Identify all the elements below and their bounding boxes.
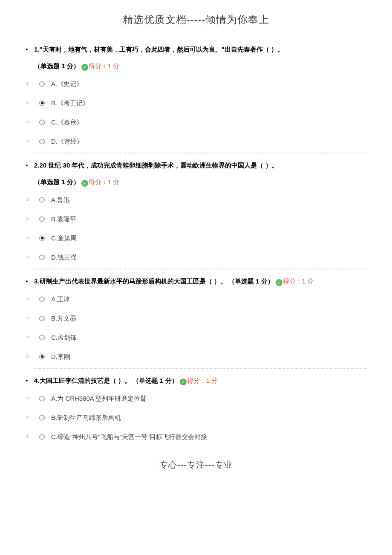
- score-label: 得分：1 分: [187, 377, 218, 384]
- options-list: ○A.为 CRH380A 型列车研磨定位臂○B.研制生产马蹄形盾构机○C.缔造"…: [34, 389, 366, 446]
- option-text: B.《考工记》: [51, 99, 89, 107]
- list-bullet: ○: [26, 328, 29, 346]
- option-row[interactable]: ○B.方文墨: [34, 309, 366, 328]
- option-text: C.孟剑锋: [51, 334, 77, 341]
- option-row[interactable]: ○A.王津: [34, 289, 366, 309]
- question: 3.研制生产出代表世界最新水平的马蹄形盾构机的大国工匠是（ ）。 （单选题 1 …: [34, 273, 366, 289]
- option-row[interactable]: ○C.孟剑锋: [34, 328, 366, 347]
- question-number: 1.: [34, 46, 40, 53]
- radio-icon[interactable]: [39, 434, 45, 439]
- option-text: B.方文墨: [51, 315, 76, 322]
- list-bullet: ○: [26, 248, 29, 266]
- radio-icon[interactable]: [39, 296, 45, 302]
- option-text: D.《诗经》: [51, 138, 83, 145]
- radio-icon[interactable]: [39, 119, 45, 125]
- option-text: C.缔造"神州八号"飞船与"天宫一号"目标飞行器交会对接: [51, 433, 207, 440]
- option-row[interactable]: ○B.《考工记》: [34, 93, 366, 113]
- radio-icon[interactable]: [39, 335, 45, 340]
- list-bullet: ○: [26, 309, 29, 327]
- option-row[interactable]: ○A.《史记》: [34, 74, 366, 93]
- page-footer: 专心---专注---专业: [26, 459, 366, 471]
- radio-icon[interactable]: [39, 100, 45, 106]
- option-row[interactable]: ○C.《春秋》: [34, 113, 366, 132]
- option-row[interactable]: ○A.为 CRH380A 型列车研磨定位臂: [34, 389, 366, 408]
- option-text: D.李刚: [51, 353, 70, 360]
- check-icon: ✓: [276, 279, 282, 286]
- check-icon: ✓: [81, 64, 88, 71]
- question: 4.大国工匠李仁清的技艺是（ ）。 （单选题 1 分） ✓得分：1 分: [34, 372, 366, 389]
- radio-icon[interactable]: [39, 81, 45, 87]
- list-bullet: ○: [26, 408, 29, 426]
- list-bullet: ○: [26, 190, 29, 208]
- option-row[interactable]: ○A.鲁迅: [34, 190, 366, 209]
- question-number: 4.: [34, 377, 40, 384]
- option-row[interactable]: ○B.袁隆平: [34, 209, 366, 228]
- question: 2.20 世纪 30 年代，成功完成青蛙卵细胞剥除手术，震动欧洲生物界的中国人是…: [34, 157, 366, 190]
- question-meta: （单选题 1 分）: [228, 278, 274, 285]
- options-list: ○A.王津○B.方文墨○C.孟剑锋○D.李刚: [34, 289, 366, 369]
- option-text: A.王津: [51, 295, 70, 303]
- page-header: 精选优质文档-----倾情为你奉上: [26, 13, 366, 30]
- list-bullet: ○: [26, 209, 29, 227]
- question: 1."天有时，地有气，材有美，工有巧，合此四者，然后可以为良。"出自先秦著作（ …: [34, 41, 366, 74]
- list-bullet: ○: [26, 132, 29, 150]
- option-row[interactable]: ○D.李刚: [34, 347, 366, 366]
- list-bullet: ○: [26, 228, 29, 246]
- question-number: 2.: [34, 162, 40, 169]
- question-text: "天有时，地有气，材有美，工有巧，合此四者，然后可以为良。"出自先秦著作（ ）。: [40, 46, 284, 53]
- list-bullet: ○: [26, 427, 29, 445]
- option-text: C.《春秋》: [51, 119, 83, 126]
- options-list: ○A.鲁迅○B.袁隆平○C.童第周○D.钱三强: [34, 190, 366, 269]
- radio-icon[interactable]: [39, 315, 45, 321]
- options-list: ○A.《史记》○B.《考工记》○C.《春秋》○D.《诗经》: [34, 74, 366, 153]
- option-text: A.为 CRH380A 型列车研磨定位臂: [51, 395, 147, 402]
- option-text: C.童第周: [51, 234, 77, 242]
- list-bullet: ○: [26, 347, 29, 365]
- option-text: A.《史记》: [51, 80, 83, 87]
- option-row[interactable]: ○D.《诗经》: [34, 132, 366, 151]
- question-number: 3.: [34, 278, 40, 285]
- radio-icon[interactable]: [39, 415, 45, 420]
- score-label: 得分：1 分: [89, 62, 120, 69]
- radio-icon[interactable]: [39, 354, 45, 359]
- question-text: 20 世纪 30 年代，成功完成青蛙卵细胞剥除手术，震动欧洲生物界的中国人是（ …: [40, 162, 278, 169]
- option-row[interactable]: ○D.钱三强: [34, 248, 366, 267]
- question-text: 大国工匠李仁清的技艺是（ ）。: [40, 377, 131, 384]
- list-bullet: ○: [26, 93, 29, 111]
- check-icon: ✓: [180, 379, 187, 385]
- score-label: 得分：1 分: [89, 178, 120, 185]
- check-icon: ✓: [81, 180, 88, 187]
- option-row[interactable]: ○C.童第周: [34, 228, 366, 248]
- option-row[interactable]: ○C.缔造"神州八号"飞船与"天宫一号"目标飞行器交会对接: [34, 427, 366, 446]
- list-bullet: ○: [26, 113, 29, 130]
- radio-icon[interactable]: [39, 254, 45, 260]
- radio-icon[interactable]: [39, 139, 45, 144]
- question-meta: （单选题 1 分）: [133, 377, 178, 384]
- radio-icon[interactable]: [39, 235, 45, 241]
- option-text: D.钱三强: [51, 254, 77, 261]
- list-bullet: ○: [26, 74, 29, 92]
- radio-icon[interactable]: [39, 197, 45, 202]
- option-text: B.袁隆平: [51, 215, 76, 223]
- list-bullet: ○: [26, 289, 29, 307]
- score-label: 得分：1 分: [283, 278, 314, 285]
- radio-icon[interactable]: [39, 396, 45, 401]
- option-text: A.鲁迅: [51, 196, 70, 203]
- question-meta: （单选题 1 分）: [34, 178, 80, 185]
- list-bullet: ○: [26, 389, 29, 407]
- option-row[interactable]: ○B.研制生产马蹄形盾构机: [34, 408, 366, 427]
- question-meta: （单选题 1 分）: [34, 62, 80, 69]
- option-text: B.研制生产马蹄形盾构机: [51, 414, 121, 421]
- question-text: 研制生产出代表世界最新水平的马蹄形盾构机的大国工匠是（ ）。: [40, 278, 227, 285]
- radio-icon[interactable]: [39, 216, 45, 222]
